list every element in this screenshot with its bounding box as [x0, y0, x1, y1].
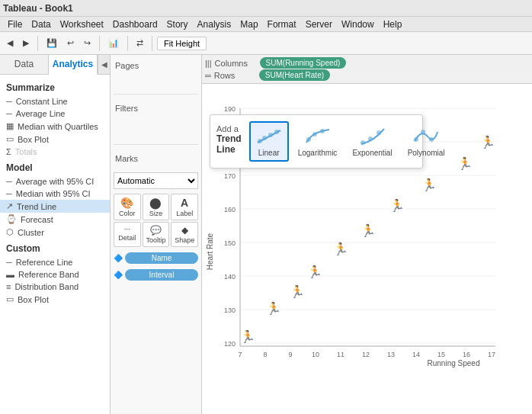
polynomial-label: Polynomial [408, 149, 445, 157]
item-trend-line[interactable]: ↗ Trend Line [0, 200, 110, 213]
item-cluster[interactable]: ⬡ Cluster [0, 226, 110, 239]
svg-point-11 [421, 130, 425, 134]
shelves: ||| Columns SUM(Running Speed) ═ Rows SU… [202, 55, 532, 84]
name-field-row: 🔷 Name [114, 252, 198, 264]
x-tick: 10 [312, 351, 319, 358]
trend-line-icon: ↗ [6, 201, 13, 211]
interval-field-row: 🔷 Interval [114, 269, 198, 281]
reference-line-label: Reference Line [16, 258, 73, 267]
marks-type-dropdown[interactable]: Automatic [114, 172, 198, 189]
menu-bar: Tableau - Book1 [0, 0, 532, 17]
forecast-label: Forecast [21, 215, 53, 224]
median-ci-icon: ─ [6, 189, 12, 198]
svg-point-12 [429, 137, 434, 142]
interval-pill[interactable]: Interval [125, 269, 198, 281]
menu-format[interactable]: Format [263, 19, 301, 30]
median-quartiles-icon: ▦ [6, 121, 14, 131]
reference-line-icon: ─ [6, 258, 12, 267]
size-label: Size [149, 210, 163, 217]
item-reference-band[interactable]: ▬ Reference Band [0, 268, 110, 281]
tab-analytics[interactable]: Analytics [49, 55, 98, 75]
toolbar-forward[interactable]: ▶ [19, 36, 33, 50]
item-box-plot-custom[interactable]: ▭ Box Plot [0, 293, 110, 306]
menu-worksheet[interactable]: Worksheet [56, 19, 108, 30]
trend-options: Linear Logarithmic [249, 121, 451, 162]
columns-pill[interactable]: SUM(Running Speed) [260, 57, 347, 69]
marks-shape-btn[interactable]: ◆ Shape [171, 222, 198, 247]
y-tick: 130 [224, 306, 236, 314]
item-distribution-band[interactable]: ≡ Distribution Band [0, 281, 110, 293]
toolbar-redo[interactable]: ↪ [80, 36, 95, 50]
x-tick: 7 [238, 351, 242, 358]
average-line-label: Average Line [16, 109, 66, 118]
menu-analysis[interactable]: Analysis [193, 19, 236, 30]
toolbar-back[interactable]: ◀ [3, 36, 17, 50]
x-tick: 15 [437, 351, 445, 358]
fit-height-button[interactable]: Fit Height [157, 37, 207, 50]
toolbar-sep-3 [127, 36, 128, 51]
tab-data[interactable]: Data [0, 55, 49, 74]
item-constant-line[interactable]: ─ Constant Line [0, 95, 110, 108]
item-median-ci[interactable]: ─ Median with 95% CI [0, 188, 110, 200]
trend-logarithmic[interactable]: Logarithmic [292, 121, 344, 162]
menu-map[interactable]: Map [236, 19, 262, 30]
marks-tooltip-btn[interactable]: 💬 Tooltip [143, 222, 170, 247]
data-point: 🏃 [421, 178, 437, 192]
y-tick: 150 [224, 239, 236, 247]
menu-file[interactable]: File [3, 19, 27, 30]
svg-point-5 [312, 132, 317, 136]
menu-row: File Data Worksheet Dashboard Story Anal… [0, 17, 532, 32]
interval-field-icon: 🔷 [114, 271, 123, 279]
marks-color-btn[interactable]: 🎨 Color [114, 194, 141, 220]
toolbar-datasource[interactable]: 📊 [104, 36, 123, 50]
filters-label: Filters [114, 101, 198, 116]
item-median-quartiles[interactable]: ▦ Median with Quartiles [0, 120, 110, 133]
menu-window[interactable]: Window [337, 19, 379, 30]
menu-help[interactable]: Help [379, 19, 407, 30]
rows-shelf: ═ Rows SUM(Heart Rate) [205, 69, 529, 81]
marks-detail-btn[interactable]: ··· Detail [114, 222, 141, 247]
rows-icon: ═ [205, 71, 211, 80]
svg-point-6 [320, 129, 325, 133]
distribution-band-icon: ≡ [6, 282, 11, 291]
rows-pill[interactable]: SUM(Heart Rate) [259, 69, 330, 81]
reference-band-icon: ▬ [6, 270, 14, 279]
trend-linear[interactable]: Linear [249, 121, 289, 162]
toolbar-undo[interactable]: ↩ [63, 36, 78, 50]
x-tick: 8 [263, 351, 267, 358]
trend-exponential[interactable]: Exponential [346, 121, 398, 162]
menu-data[interactable]: Data [27, 19, 55, 30]
linear-icon [255, 126, 283, 147]
item-forecast[interactable]: ⌚ Forecast [0, 213, 110, 226]
tab-toggle[interactable]: ◀ [98, 55, 110, 74]
y-tick: 140 [224, 273, 236, 281]
item-box-plot-summarize[interactable]: ▭ Box Plot [0, 133, 110, 146]
x-tick: 17 [488, 351, 495, 358]
item-average-line[interactable]: ─ Average Line [0, 108, 110, 120]
svg-point-4 [306, 137, 311, 142]
average-line-icon: ─ [6, 109, 12, 118]
marks-size-btn[interactable]: ⬤ Size [143, 194, 170, 220]
y-tick: 160 [224, 206, 236, 213]
toolbar-swap[interactable]: ⇄ [133, 36, 147, 50]
menu-server[interactable]: Server [301, 19, 337, 30]
menu-story[interactable]: Story [162, 19, 193, 30]
chart-canvas: Add a Trend Line Linear [202, 84, 532, 414]
marks-label-btn[interactable]: A Label [171, 194, 198, 220]
name-pill[interactable]: Name [125, 252, 198, 264]
trend-polynomial[interactable]: Polynomial [402, 121, 451, 162]
detail-label: Detail [118, 234, 136, 242]
y-tick: 170 [224, 172, 236, 180]
x-tick: 11 [337, 351, 345, 358]
avg-ci-label: Average with 95% CI [16, 177, 95, 186]
item-reference-line[interactable]: ─ Reference Line [0, 256, 110, 268]
toolbar-save[interactable]: 💾 [43, 36, 61, 50]
svg-point-9 [377, 130, 381, 135]
item-avg-ci[interactable]: ─ Average with 95% CI [0, 175, 110, 188]
main-layout: Data Analytics ◀ Summarize ─ Constant Li… [0, 55, 532, 414]
y-tick: 120 [224, 340, 236, 348]
svg-point-7 [361, 140, 365, 145]
constant-line-icon: ─ [6, 97, 12, 106]
menu-dashboard[interactable]: Dashboard [108, 19, 162, 30]
shape-icon: ◆ [181, 225, 188, 236]
